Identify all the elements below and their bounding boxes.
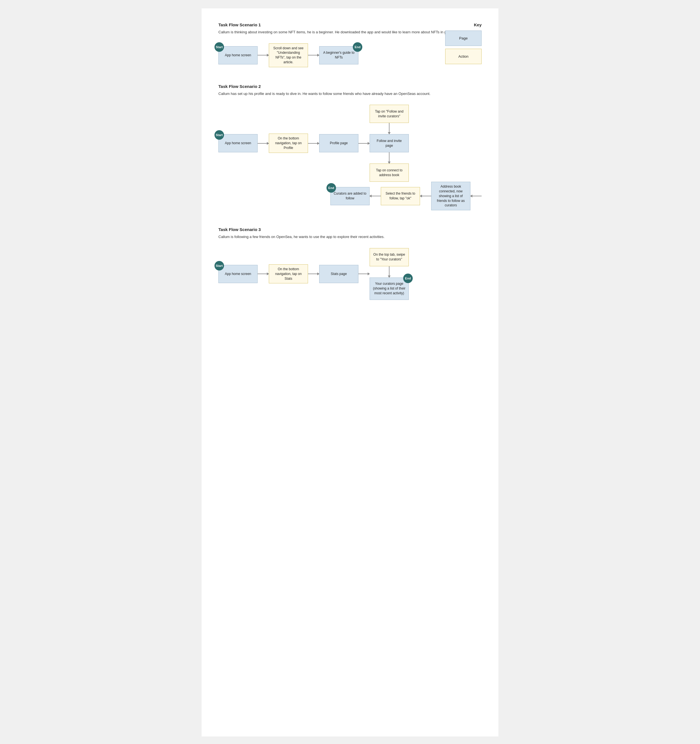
s2-end-badge: End xyxy=(327,183,336,193)
s2-node5: Follow and invite page xyxy=(370,134,409,152)
s2-top-row: Start App home screen On the bottom navi… xyxy=(218,105,482,182)
scenario-2-desc: Callum has set up his profile and is rea… xyxy=(218,91,482,97)
s2-arrow1 xyxy=(258,143,269,144)
page-wrapper: Key Page Action Task Flow Scenario 1 Cal… xyxy=(202,8,498,737)
s2-arrow-bottom3 xyxy=(470,196,482,196)
s2-node3: Profile page xyxy=(319,134,358,152)
s3-node-end-wrapper: End Your curators page (showing a list o… xyxy=(370,277,409,300)
scenario-3: Task Flow Scenario 3 Callum is following… xyxy=(218,227,482,300)
s3-node3: Stats page xyxy=(319,265,358,283)
s1-node3-wrapper: End A beginner's guide to NFTs xyxy=(319,46,358,64)
s2-node2: On the bottom navigation, tap on Profile xyxy=(269,134,308,153)
s3-node1-wrapper: Start App home screen xyxy=(218,265,258,283)
scenario-1-flow: Start App home screen Scroll down and se… xyxy=(218,43,482,67)
scenario-3-title: Task Flow Scenario 3 xyxy=(218,227,482,232)
s2-node6: Tap on connect to address book xyxy=(370,164,409,182)
s1-node3: A beginner's guide to NFTs xyxy=(319,46,358,64)
scenario-2-title: Task Flow Scenario 2 xyxy=(218,84,482,89)
scenario-3-flow: Start App home screen On the bottom navi… xyxy=(218,248,482,300)
s2-node-bottom3: Address book connected, now showing a li… xyxy=(431,182,470,210)
scenario-1-desc: Callum is thinking about investing on so… xyxy=(218,30,482,35)
s2-node-end-wrapper: End Curators are added to follow xyxy=(330,187,370,205)
s1-node1: App home screen xyxy=(218,46,258,64)
s3-arrow3 xyxy=(358,274,370,274)
scenario-1-title: Task Flow Scenario 1 xyxy=(218,22,482,27)
s2-start-badge: Start xyxy=(214,130,224,140)
s3-arrow1 xyxy=(258,274,269,274)
s2-right-col: Tap on "Follow and invite curators" Foll… xyxy=(370,105,409,182)
s3-end-badge: End xyxy=(403,274,413,283)
s1-start-badge: Start xyxy=(214,42,224,52)
s2-arrow3 xyxy=(358,143,370,144)
s3-node-end: Your curators page (showing a list of th… xyxy=(370,277,409,300)
s3-right-col: On the top tab, swipe to "Your curators"… xyxy=(370,248,409,300)
scenario-2: Task Flow Scenario 2 Callum has set up h… xyxy=(218,84,482,210)
s3-node1: App home screen xyxy=(218,265,258,283)
s3-node2: On the bottom navigation, tap on Stats xyxy=(269,264,308,283)
key-title: Key xyxy=(445,22,482,27)
s3-arrow-v1 xyxy=(389,266,389,277)
s1-end-badge: End xyxy=(353,42,362,52)
s2-arrow-v2 xyxy=(389,152,389,164)
scenario-1: Task Flow Scenario 1 Callum is thinking … xyxy=(218,22,482,67)
s1-node1-wrapper: Start App home screen xyxy=(218,46,258,64)
s3-top-row: Start App home screen On the bottom navi… xyxy=(218,248,482,300)
s2-arrow-bottom2 xyxy=(420,196,431,196)
s3-arrow2 xyxy=(308,274,319,274)
s2-node-bottom2: Select the friends to follow, tap "ok" xyxy=(381,187,420,205)
s3-start-badge: Start xyxy=(214,261,224,271)
s1-arrow2 xyxy=(308,55,319,55)
s2-bottom-row: End Curators are added to follow Select … xyxy=(218,182,482,210)
s1-arrow1 xyxy=(258,55,269,55)
s2-node1-wrapper: Start App home screen xyxy=(218,134,258,152)
scenario-3-desc: Callum is following a few friends on Ope… xyxy=(218,234,482,240)
s2-node-end: Curators are added to follow xyxy=(330,187,370,205)
s3-node4: On the top tab, swipe to "Your curators" xyxy=(370,248,409,266)
s1-node2: Scroll down and see "Understanding NFTs"… xyxy=(269,43,308,67)
s1-node2-wrapper: Scroll down and see "Understanding NFTs"… xyxy=(269,43,308,67)
s2-node4: Tap on "Follow and invite curators" xyxy=(370,105,409,123)
s2-node1: App home screen xyxy=(218,134,258,152)
s2-arrow-bottom1 xyxy=(370,196,381,196)
s2-arrow2 xyxy=(308,143,319,144)
s2-arrow-v1 xyxy=(389,123,389,134)
scenario-2-flow: Start App home screen On the bottom navi… xyxy=(218,105,482,210)
